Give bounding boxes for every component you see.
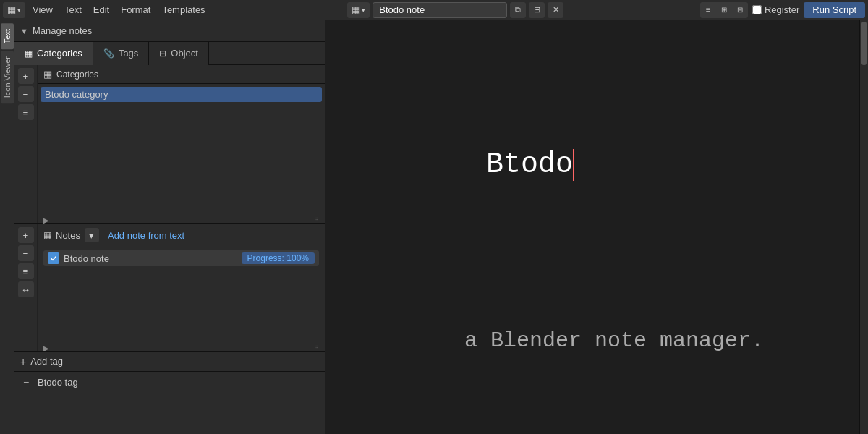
right-scrollbar[interactable] <box>859 20 868 434</box>
categories-block: + − ≡ ▦ Categories Btodo category <box>14 65 325 224</box>
resize-arrow: ▶ <box>43 216 50 224</box>
view-grid-btn[interactable]: ⊞ <box>716 2 732 18</box>
tags-tab-label: Tags <box>119 48 138 59</box>
arrows-icon: ↔ <box>21 284 30 295</box>
tags-tab-icon: 📎 <box>103 48 114 59</box>
categories-tab-icon: ▦ <box>25 48 33 59</box>
editor-line1: Btodo <box>347 104 838 226</box>
tag-remove-btn[interactable]: − <box>20 376 32 388</box>
view-icon-group: ≡ ⊞ ⊟ <box>700 2 748 18</box>
editor-text-btodo: Btodo <box>486 148 573 181</box>
panel-header-dots: ⋯ <box>310 26 319 35</box>
side-tab-iconviewer[interactable]: Icon Viewer <box>1 51 14 103</box>
notes-list-icon: ≡ <box>23 266 29 277</box>
categories-btn-col: + − ≡ <box>14 65 38 223</box>
tag-section: + Add tag − Btodo tag <box>14 351 325 392</box>
main-content: Text Icon Viewer ▼ Manage notes ⋯ ▦ Cate… <box>0 20 868 434</box>
panel-header-title: Manage notes <box>33 25 92 36</box>
add-note-from-text-btn[interactable]: Add note from text <box>103 230 189 241</box>
notes-minus-icon: − <box>23 248 29 259</box>
categories-add-btn[interactable]: + <box>18 68 34 84</box>
scrollbar-thumb[interactable] <box>861 22 867 65</box>
tabs-row: ▦ Categories 📎 Tags ⊟ Object <box>14 42 325 65</box>
note-item[interactable]: Btodo note Progress: 100% <box>43 250 319 266</box>
add-tag-label: Add tag <box>30 356 63 367</box>
menu-bar-left: ▦ ▾ View Text Edit Format Templates <box>3 0 211 20</box>
progress-label: Progress: <box>247 253 284 263</box>
menu-bar-center: ▦ ▾ ⧉ ⊟ ✕ <box>347 2 563 18</box>
menu-bar-right: ≡ ⊞ ⊟ Register Run Script <box>700 2 865 18</box>
checkbox-check-icon <box>50 255 57 262</box>
notes-list-btn[interactable]: ≡ <box>18 263 34 279</box>
notes-remove-btn[interactable]: − <box>18 245 34 261</box>
categories-remove-btn[interactable]: − <box>18 86 34 102</box>
panel-header-arrow: ▼ <box>20 27 28 35</box>
notes-btn-col: + − ≡ ↔ <box>14 224 38 351</box>
editor-type-btn[interactable]: ▦ ▾ <box>3 2 25 18</box>
register-checkbox[interactable] <box>752 5 762 14</box>
tab-close-btn[interactable]: ✕ <box>548 2 563 18</box>
menu-templates[interactable]: Templates <box>156 0 210 20</box>
full-panel: ▼ Manage notes ⋯ ▦ Categories 📎 Tags ⊟ O… <box>14 20 326 434</box>
tab-type-icon: ▦ <box>352 4 360 15</box>
tab-save-btn[interactable]: ⊟ <box>529 2 545 18</box>
notes-icon: ▦ <box>43 230 51 240</box>
notes-expand-btn[interactable]: ↔ <box>18 281 34 297</box>
editor-icon-dropdown: ▾ <box>17 7 21 14</box>
notes-dropdown-btn[interactable]: ▾ <box>85 228 99 242</box>
tab-object[interactable]: ⊟ Object <box>149 42 209 65</box>
categories-resize-handle[interactable]: ▶ ⠿ <box>38 217 325 223</box>
side-tab-text[interactable]: Text <box>1 23 14 49</box>
list-item[interactable]: Btodo category <box>41 87 322 102</box>
menu-view[interactable]: View <box>27 0 59 20</box>
tab-type-btn[interactable]: ▦ ▾ <box>347 2 370 18</box>
run-script-btn[interactable]: Run Script <box>804 2 865 18</box>
editor-text-description: a Blender note manager. <box>451 328 764 353</box>
editor-line2: a Blender note manager. <box>347 295 838 386</box>
editor-icon: ▦ <box>7 4 16 15</box>
object-tab-icon: ⊟ <box>159 48 166 59</box>
object-tab-label: Object <box>171 48 198 59</box>
tab-type-dropdown: ▾ <box>362 7 365 14</box>
categories-tab-label: Categories <box>37 48 82 59</box>
progress-value: 100% <box>286 253 309 263</box>
tag-label: Btodo tag <box>38 377 78 388</box>
category-item-text: Btodo category <box>45 89 108 100</box>
notes-resize-handle[interactable]: ▶ ⠿ <box>38 345 325 351</box>
note-label: Btodo note <box>64 253 237 264</box>
note-checkbox[interactable] <box>48 252 59 264</box>
view-split-btn[interactable]: ⊟ <box>732 2 748 18</box>
tab-name-input[interactable] <box>373 2 507 18</box>
add-tag-btn[interactable]: + Add tag <box>14 352 325 372</box>
menu-format[interactable]: Format <box>115 0 156 20</box>
categories-subheader: ▦ Categories <box>38 65 325 84</box>
menu-edit[interactable]: Edit <box>88 0 115 20</box>
categories-list: Btodo category <box>38 84 325 217</box>
add-tag-plus-icon: + <box>20 356 26 367</box>
tab-categories[interactable]: ▦ Categories <box>14 42 93 65</box>
menu-text[interactable]: Text <box>59 0 88 20</box>
editor-content[interactable]: Btodo a Blender note manager. <box>326 20 859 434</box>
tag-minus-icon: − <box>23 376 29 388</box>
minus-icon: − <box>23 89 29 100</box>
list-icon: ≡ <box>23 107 29 118</box>
notes-plus-icon: + <box>23 230 29 241</box>
register-label[interactable]: Register <box>752 4 799 15</box>
notes-dropdown-icon: ▾ <box>89 230 94 241</box>
menu-bar: ▦ ▾ View Text Edit Format Templates ▦ ▾ … <box>0 0 868 20</box>
tab-tags[interactable]: 📎 Tags <box>93 42 149 65</box>
tab-duplicate-btn[interactable]: ⧉ <box>510 2 526 18</box>
categories-list-btn[interactable]: ≡ <box>18 104 34 120</box>
notes-add-btn[interactable]: + <box>18 227 34 243</box>
panel-header: ▼ Manage notes ⋯ <box>14 20 325 42</box>
notes-list-col: ▦ Notes ▾ Add note from text <box>38 224 325 351</box>
side-tabs: Text Icon Viewer <box>0 20 14 434</box>
notes-header: ▦ Notes ▾ Add note from text <box>38 224 325 246</box>
plus-icon: + <box>23 71 29 82</box>
categories-list-col: ▦ Categories Btodo category ▶ ⠿ <box>38 65 325 223</box>
resize-dots: ⠿ <box>314 217 319 224</box>
progress-badge: Progress: 100% <box>242 252 315 264</box>
view-list-btn[interactable]: ≡ <box>700 2 716 18</box>
notes-list: Btodo note Progress: 100% <box>38 246 325 345</box>
notes-title: Notes <box>56 230 80 241</box>
